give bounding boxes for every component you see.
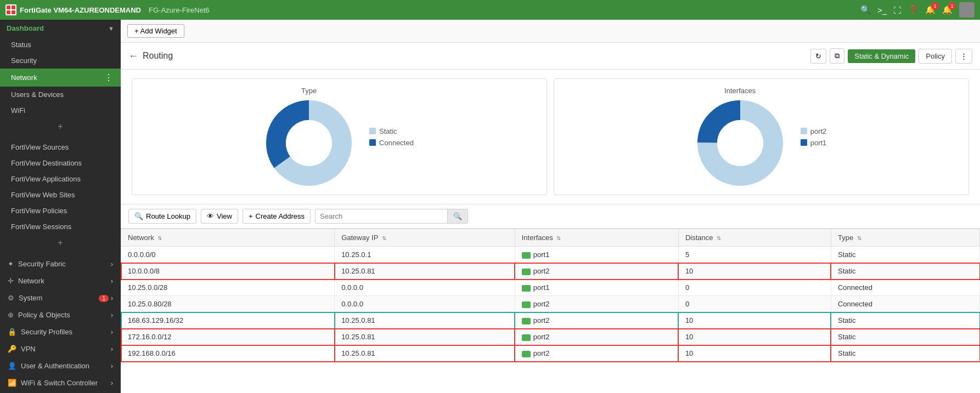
sort-arrow-distance: ⇅: [717, 235, 721, 241]
sidebar-item-security-fabric[interactable]: ✦Security Fabric ›: [0, 255, 121, 272]
policy-button[interactable]: Policy: [919, 49, 952, 64]
sidebar: Dashboard ▼ Status Security Network ⋮ Us…: [0, 20, 121, 393]
legend-static-label: Static: [379, 127, 397, 135]
cell-interface: port2: [515, 312, 678, 329]
cell-interface: port2: [515, 263, 678, 280]
sidebar-item-network[interactable]: Network ⋮: [0, 69, 121, 87]
sidebar-item-fortiview-websites[interactable]: FortiView Web Sites: [0, 187, 121, 203]
system-icon: ⚙: [8, 294, 14, 302]
table-row[interactable]: 10.25.0.80/28 0.0.0.0 port2 0 Connected: [121, 296, 980, 312]
add-widget-button[interactable]: + Add Widget: [127, 24, 184, 38]
top-bar-icons: 🔍 >_ ⛶ ❓ 🔔1 🔔1: [860, 2, 975, 18]
interface-icon: [522, 334, 531, 341]
cell-distance: 5: [678, 247, 831, 263]
table-row[interactable]: 168.63.129.16/32 10.25.0.81 port2 10 Sta…: [121, 312, 980, 329]
cell-network: 168.63.129.16/32: [121, 312, 335, 329]
col-gateway[interactable]: Gateway IP ⇅: [335, 229, 515, 247]
col-distance[interactable]: Distance ⇅: [678, 229, 831, 247]
search-input[interactable]: [316, 209, 447, 223]
sidebar-item-fortiview-destinations[interactable]: FortiView Destinations: [0, 155, 121, 171]
sidebar-item-wifi-switch[interactable]: 📶WiFi & Switch Controller ›: [0, 374, 121, 391]
search-icon-btn: 🔍: [134, 212, 143, 220]
terminal-icon[interactable]: >_: [877, 5, 887, 15]
sidebar-item-wifi[interactable]: WiFi: [0, 102, 121, 118]
route-lookup-button[interactable]: 🔍 Route Lookup: [128, 209, 196, 224]
sidebar-item-fortiview-sessions[interactable]: FortiView Sessions: [0, 219, 121, 235]
sidebar-item-status[interactable]: Status: [0, 37, 121, 53]
cell-gateway: 0.0.0.0: [335, 280, 515, 296]
table-row[interactable]: 10.25.0.0/28 0.0.0.0 port1 0 Connected: [121, 280, 980, 296]
interface-icon: [522, 301, 531, 308]
col-interfaces[interactable]: Interfaces ⇅: [515, 229, 678, 247]
table-row[interactable]: 172.16.0.0/12 10.25.0.81 port2 10 Static: [121, 329, 980, 345]
network-label: Network: [11, 73, 37, 82]
chevron-right-icon: ›: [111, 260, 113, 268]
view-label: View: [217, 212, 232, 220]
cell-interface: port2: [515, 296, 678, 312]
legend-port2: port2: [801, 127, 827, 135]
sidebar-item-security[interactable]: Security: [0, 53, 121, 69]
cell-network: 192.168.0.0/16: [121, 345, 335, 362]
expand-icon[interactable]: ⛶: [893, 5, 902, 15]
content-area: + Add Widget ← Routing ↻ ⧉ Static & Dyna…: [121, 20, 980, 393]
bell-icon[interactable]: 🔔1: [925, 5, 936, 15]
sort-arrow-network: ⇅: [157, 235, 162, 241]
cell-gateway: 10.25.0.81: [335, 345, 515, 362]
table-row[interactable]: 0.0.0.0/0 10.25.0.1 port1 5 Static: [121, 247, 980, 263]
interface-icon: [522, 252, 531, 259]
cell-distance: 0: [678, 296, 831, 312]
dashboard-header[interactable]: Dashboard ▼: [0, 20, 121, 37]
view-button[interactable]: 👁 View: [201, 209, 238, 224]
avatar[interactable]: [959, 2, 975, 18]
svg-point-5: [717, 120, 763, 166]
interface-icon: [522, 318, 531, 324]
sidebar-item-users-devices[interactable]: Users & Devices: [0, 87, 121, 102]
sidebar-item-vpn[interactable]: 🔑VPN ›: [0, 340, 121, 357]
col-type[interactable]: Type ⇅: [831, 229, 979, 247]
type-chart-legend: Static Connected: [369, 127, 414, 147]
legend-port1: port1: [801, 139, 827, 147]
alert-icon[interactable]: 🔔1: [942, 5, 953, 15]
legend-connected-label: Connected: [379, 139, 414, 147]
add-button-1[interactable]: +: [0, 118, 121, 135]
create-address-button[interactable]: + Create Address: [243, 209, 311, 224]
sidebar-item-security-profiles[interactable]: 🔒Security Profiles ›: [0, 323, 121, 340]
cell-network: 172.16.0.0/12: [121, 329, 335, 345]
sidebar-item-network-nav[interactable]: ✛Network ›: [0, 272, 121, 289]
routing-title: Routing: [143, 51, 173, 61]
sidebar-item-fortiview-sources[interactable]: FortiView Sources: [0, 139, 121, 155]
external-link-button[interactable]: ⧉: [830, 48, 844, 64]
search-submit-button[interactable]: 🔍: [447, 209, 468, 223]
sidebar-item-fortiview-applications[interactable]: FortiView Applications: [0, 171, 121, 187]
sidebar-item-user-auth[interactable]: 👤User & Authentication ›: [0, 357, 121, 374]
back-button[interactable]: ←: [128, 50, 138, 62]
help-icon[interactable]: ❓: [908, 5, 919, 15]
cell-distance: 10: [678, 312, 831, 329]
table-row[interactable]: 10.0.0.0/8 10.25.0.81 port2 10 Static: [121, 263, 980, 280]
app-title: FortiGate VM64-AZUREONDEMAND: [20, 6, 141, 14]
sidebar-item-system[interactable]: ⚙System 1 ›: [0, 289, 121, 306]
sort-arrow-interfaces: ⇅: [556, 235, 561, 241]
network-dots-icon[interactable]: ⋮: [104, 72, 113, 83]
search-box: 🔍: [315, 209, 468, 224]
bell-badge: 1: [931, 2, 939, 10]
sidebar-item-fortiview-policies[interactable]: FortiView Policies: [0, 203, 121, 219]
sidebar-item-policy-objects[interactable]: ⊕Policy & Objects ›: [0, 306, 121, 323]
interfaces-donut-chart: [696, 99, 784, 187]
static-dynamic-button[interactable]: Static & Dynamic: [848, 49, 915, 63]
cell-type: Static: [831, 345, 979, 362]
cell-type: Static: [831, 312, 979, 329]
legend-port1-label: port1: [810, 139, 827, 147]
route-toolbar: 🔍 Route Lookup 👁 View + Create Address 🔍: [121, 204, 980, 229]
status-label: Status: [11, 41, 31, 49]
refresh-button[interactable]: ↻: [810, 49, 826, 64]
search-icon[interactable]: 🔍: [860, 5, 871, 15]
add-button-2[interactable]: +: [0, 235, 121, 251]
col-network[interactable]: Network ⇅: [121, 229, 335, 247]
cell-distance: 10: [678, 345, 831, 362]
more-options-button[interactable]: ⋮: [955, 49, 972, 64]
type-chart-title: Type: [301, 87, 317, 95]
interface-icon: [522, 351, 531, 357]
table-row[interactable]: 192.168.0.0/16 10.25.0.81 port2 10 Stati…: [121, 345, 980, 362]
cell-type: Connected: [831, 280, 979, 296]
